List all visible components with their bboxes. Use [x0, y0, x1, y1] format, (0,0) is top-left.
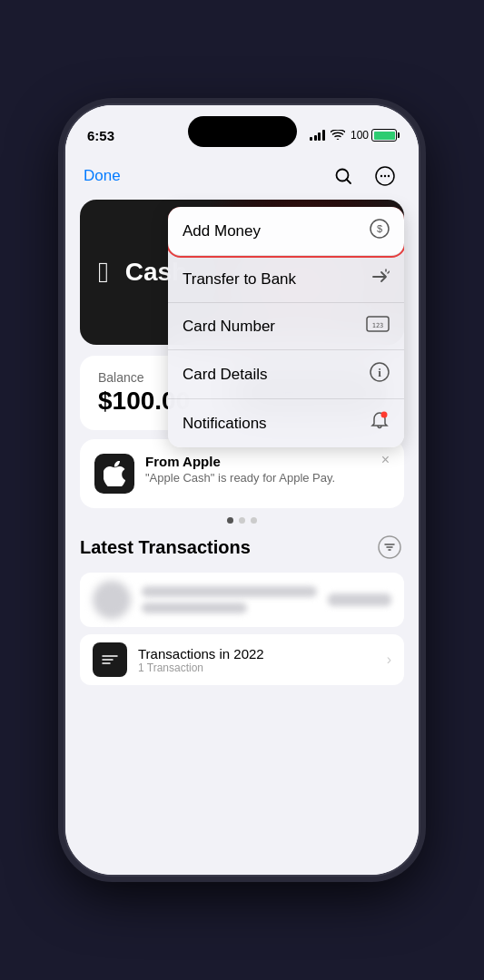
card-container:  Cash Add Money $ Trans — [80, 200, 404, 345]
search-icon — [334, 167, 352, 185]
dropdown-item-card-number[interactable]: Card Number 123 — [168, 303, 404, 350]
card-details-label: Card Details — [183, 366, 268, 384]
card-number-label: Card Number — [183, 318, 275, 336]
dot-3 — [251, 517, 257, 524]
add-money-icon: $ — [370, 219, 390, 243]
notification-body: "Apple Cash" is ready for Apple Pay. — [145, 471, 390, 485]
done-button[interactable]: Done — [84, 167, 121, 185]
chevron-right-icon: › — [387, 652, 391, 668]
wifi-icon — [331, 130, 345, 141]
transactions-title: Latest Transactions — [80, 537, 251, 558]
battery-indicator: 100 — [351, 129, 397, 142]
notifications-label: Notifications — [183, 415, 267, 433]
svg-point-3 — [380, 175, 382, 177]
carousel-dots — [65, 517, 419, 524]
transactions-filter-button[interactable] — [375, 533, 404, 562]
card-number-icon: 123 — [366, 315, 390, 338]
search-button[interactable] — [328, 161, 359, 191]
nav-bar: Done — [65, 152, 419, 200]
notification-content: From Apple "Apple Cash" is ready for App… — [145, 454, 390, 485]
year-title: Transactions in 2022 — [138, 646, 376, 662]
notifications-icon — [370, 411, 390, 436]
blurred-line-2 — [142, 603, 247, 613]
transfer-bank-label: Transfer to Bank — [183, 270, 296, 289]
transactions-header: Latest Transactions — [80, 533, 404, 562]
year-subtitle: 1 Transaction — [138, 662, 376, 674]
more-icon — [375, 166, 395, 186]
notification-title: From Apple — [145, 454, 390, 469]
dynamic-island — [188, 116, 297, 147]
dropdown-menu: Add Money $ Transfer to Bank — [168, 207, 404, 447]
blurred-transaction-1 — [80, 573, 404, 627]
battery-level: 100 — [351, 129, 369, 142]
svg-text:i: i — [378, 366, 381, 379]
card-details-icon: i — [370, 362, 390, 387]
dropdown-item-transfer-bank[interactable]: Transfer to Bank — [168, 256, 404, 303]
notification-close-button[interactable]: × — [381, 452, 390, 468]
svg-line-1 — [347, 180, 351, 184]
transactions-2022-row[interactable]: Transactions in 2022 1 Transaction › — [80, 634, 404, 685]
blurred-line-1 — [142, 586, 317, 597]
signal-bar-4 — [322, 130, 325, 141]
dropdown-item-card-details[interactable]: Card Details i — [168, 350, 404, 399]
year-info: Transactions in 2022 1 Transaction — [138, 646, 376, 674]
dot-1 — [227, 517, 233, 524]
notification-card: From Apple "Apple Cash" is ready for App… — [80, 439, 404, 508]
notification-apple-icon — [94, 454, 134, 494]
signal-bar-3 — [318, 132, 321, 141]
transfer-bank-icon — [370, 268, 390, 290]
status-icons: 100 — [310, 129, 397, 142]
battery-fill — [374, 132, 395, 140]
svg-text:$: $ — [377, 223, 382, 234]
battery-box — [371, 129, 397, 142]
signal-bar-2 — [314, 135, 317, 141]
dropdown-item-add-money[interactable]: Add Money $ — [168, 207, 404, 256]
dot-2 — [239, 517, 245, 524]
add-money-label: Add Money — [183, 222, 261, 240]
nav-icons — [328, 161, 400, 191]
signal-icon — [310, 130, 325, 141]
dropdown-item-notifications[interactable]: Notifications — [168, 399, 404, 447]
blurred-info-1 — [142, 586, 317, 613]
svg-text:123: 123 — [372, 322, 384, 329]
more-button[interactable] — [370, 161, 400, 191]
apple-logo-icon:  — [98, 258, 109, 287]
signal-bar-1 — [310, 137, 312, 141]
svg-point-5 — [388, 175, 390, 177]
svg-point-4 — [384, 175, 386, 177]
year-icon — [93, 642, 127, 677]
blurred-avatar-1 — [93, 581, 131, 619]
svg-point-83 — [381, 412, 388, 418]
transactions-section: Latest Transactions — [65, 533, 419, 685]
status-time: 6:53 — [87, 128, 114, 143]
blurred-amount-1 — [328, 593, 391, 606]
